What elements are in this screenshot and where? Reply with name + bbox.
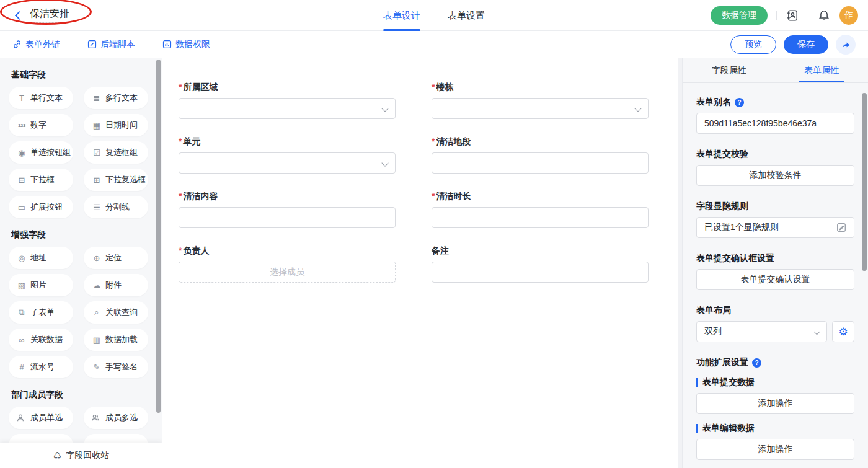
canvas-field-remark[interactable]: 备注 bbox=[432, 245, 649, 283]
pill-label: 关联数据 bbox=[30, 334, 63, 345]
field-pill-single-line-text[interactable]: T单行文本 bbox=[9, 87, 73, 109]
tab-form-design[interactable]: 表单设计 bbox=[383, 0, 420, 31]
tab-form-properties[interactable]: 表单属性 bbox=[776, 58, 868, 82]
toolbar: 表单外链 后端脚本 数据权限 预览 保存 bbox=[0, 31, 868, 58]
canvas-field-clean-area[interactable]: *清洁地段 bbox=[432, 136, 649, 174]
page-title[interactable]: 保洁安排 bbox=[30, 7, 69, 23]
field-pill-relation-query[interactable]: ⌕关联查询 bbox=[84, 301, 148, 324]
field-pill-subform[interactable]: ⧉子表单 bbox=[9, 301, 73, 324]
canvas-field-owner[interactable]: *负责人 选择成员 bbox=[179, 245, 396, 283]
data-manage-button[interactable]: 数据管理 bbox=[711, 6, 768, 25]
data-permission-button[interactable]: 数据权限 bbox=[162, 39, 210, 50]
region-select[interactable] bbox=[179, 98, 396, 119]
form-layout-row: 双列 ⚙ bbox=[696, 321, 854, 342]
help-icon[interactable]: ? bbox=[752, 358, 761, 368]
field-pill-multi-dropdown[interactable]: ⊞下拉复选框 bbox=[84, 169, 148, 191]
tab-form-settings[interactable]: 表单设置 bbox=[448, 0, 485, 31]
field-pill-number[interactable]: 123数字 bbox=[9, 114, 73, 136]
field-pill-address[interactable]: ◎地址 bbox=[9, 247, 73, 269]
clean-content-input[interactable] bbox=[179, 207, 396, 228]
form-fields-grid: *所属区域 *楼栋 *单元 *清洁地段 *清洁内容 *清洁时长 bbox=[179, 82, 678, 283]
tab-field-properties[interactable]: 字段属性 bbox=[683, 58, 776, 82]
single-line-text-icon: T bbox=[16, 94, 27, 103]
layout-settings-button[interactable]: ⚙ bbox=[832, 321, 854, 342]
pill-label: 数字 bbox=[30, 120, 46, 131]
pill-label: 日期时间 bbox=[105, 120, 138, 131]
field-pill-extend-button[interactable]: ▭扩展按钮 bbox=[9, 196, 73, 218]
help-icon[interactable]: ? bbox=[735, 98, 744, 107]
unit-select[interactable] bbox=[179, 152, 396, 174]
address-book-icon[interactable] bbox=[786, 9, 799, 22]
enhanced-fields-grid: ◎地址 ⊕定位 ▧图片 ☁附件 ⧉子表单 ⌕关联查询 ∞关联数据 ▥数据加载 #… bbox=[9, 247, 162, 378]
field-pill-divider[interactable]: ☰分割线 bbox=[84, 196, 148, 218]
panel-scrollbar[interactable] bbox=[862, 93, 867, 271]
preview-button[interactable]: 预览 bbox=[730, 35, 776, 54]
back-title-group: 保洁安排 bbox=[10, 7, 69, 23]
basic-fields-grid: T单行文本 ≣多行文本 123数字 ▦日期时间 ◉单选按钮组 ☑复选框组 ⊟下拉… bbox=[9, 87, 162, 218]
back-icon[interactable] bbox=[15, 11, 24, 19]
canvas-field-clean-duration[interactable]: *清洁时长 bbox=[432, 191, 649, 228]
canvas-field-region[interactable]: *所属区域 bbox=[179, 82, 396, 119]
canvas-field-unit[interactable]: *单元 bbox=[179, 136, 396, 174]
pill-label: 地址 bbox=[30, 252, 46, 263]
canvas-field-clean-content[interactable]: *清洁内容 bbox=[179, 191, 396, 228]
panel-body: 表单别名 ? 509d11a5ec128f95be46e37a 表单提交校验 添… bbox=[683, 83, 868, 460]
owner-member-picker[interactable]: 选择成员 bbox=[179, 262, 396, 283]
field-pill-member-multi[interactable]: 成员多选 bbox=[84, 407, 148, 429]
canvas-field-building[interactable]: *楼栋 bbox=[432, 82, 649, 119]
field-pill-member-single[interactable]: 成员单选 bbox=[9, 407, 73, 429]
edit-icon[interactable] bbox=[836, 223, 846, 232]
search-relation-icon: ⌕ bbox=[91, 307, 102, 317]
properties-panel: 字段属性 表单属性 表单别名 ? 509d11a5ec128f95be46e37… bbox=[682, 58, 868, 468]
user-avatar[interactable]: 作 bbox=[839, 6, 858, 25]
required-asterisk: * bbox=[179, 82, 182, 92]
add-validation-button[interactable]: 添加校验条件 bbox=[696, 165, 854, 186]
remark-input[interactable] bbox=[432, 262, 649, 283]
field-recycle-bin-button[interactable]: ♺ 字段回收站 bbox=[0, 443, 162, 468]
required-asterisk: * bbox=[179, 136, 182, 146]
form-external-link-button[interactable]: 表单外链 bbox=[12, 39, 60, 50]
edit-data-add-action-button[interactable]: 添加操作 bbox=[696, 439, 854, 460]
field-pill-relation-data[interactable]: ∞关联数据 bbox=[9, 329, 73, 351]
field-label: 清洁地段 bbox=[436, 136, 471, 146]
backend-script-button[interactable]: 后端脚本 bbox=[87, 39, 135, 50]
image-icon: ▧ bbox=[16, 281, 27, 290]
form-alias-input[interactable]: 509d11a5ec128f95be46e37a bbox=[696, 113, 854, 134]
pill-label: 分割线 bbox=[105, 201, 130, 213]
checkbox-icon: ☑ bbox=[91, 148, 102, 157]
edit-data-label: 表单编辑数据 bbox=[702, 423, 755, 434]
pill-label: 附件 bbox=[105, 280, 122, 291]
submit-confirm-button[interactable]: 表单提交确认设置 bbox=[696, 269, 854, 290]
visibility-rules-box[interactable]: 已设置1个显隐规则 bbox=[696, 217, 854, 238]
clean-duration-input[interactable] bbox=[432, 207, 649, 228]
radio-icon: ◉ bbox=[16, 148, 27, 157]
layout-select[interactable]: 双列 bbox=[696, 321, 827, 342]
save-button[interactable]: 保存 bbox=[784, 35, 828, 54]
share-button[interactable] bbox=[836, 35, 856, 55]
notification-bell-icon[interactable] bbox=[817, 9, 831, 22]
extension-settings-heading: 功能扩展设置 ? bbox=[696, 357, 854, 368]
field-pill-checkbox-group[interactable]: ☑复选框组 bbox=[84, 141, 148, 164]
chevron-down-icon bbox=[381, 159, 388, 166]
field-pill-data-load[interactable]: ▥数据加载 bbox=[84, 329, 148, 351]
building-select[interactable] bbox=[432, 98, 649, 119]
subform-icon: ⧉ bbox=[16, 307, 27, 317]
field-label: 清洁内容 bbox=[183, 191, 218, 201]
sidebar-scrollbar[interactable] bbox=[156, 60, 161, 413]
field-pill-radio-group[interactable]: ◉单选按钮组 bbox=[9, 141, 73, 164]
field-pill-image[interactable]: ▧图片 bbox=[9, 274, 73, 296]
visibility-rules-heading: 字段显隐规则 bbox=[696, 201, 854, 212]
field-pill-attachment[interactable]: ☁附件 bbox=[84, 274, 148, 296]
submit-data-add-action-button[interactable]: 添加操作 bbox=[696, 393, 854, 414]
field-pill-serial-number[interactable]: #流水号 bbox=[9, 356, 73, 378]
location-pin-icon: ◎ bbox=[16, 254, 27, 263]
blue-bar-decoration bbox=[696, 378, 698, 387]
field-pill-dropdown[interactable]: ⊟下拉框 bbox=[9, 169, 73, 191]
submit-data-subheading: 表单提交数据 bbox=[696, 377, 854, 388]
clean-area-input[interactable] bbox=[432, 152, 649, 174]
field-pill-geolocation[interactable]: ⊕定位 bbox=[84, 247, 148, 269]
field-pill-multi-line-text[interactable]: ≣多行文本 bbox=[84, 87, 148, 109]
field-pill-datetime[interactable]: ▦日期时间 bbox=[84, 114, 148, 136]
toolbar-right: 预览 保存 bbox=[730, 35, 856, 55]
field-pill-signature[interactable]: ✎手写签名 bbox=[84, 356, 148, 378]
